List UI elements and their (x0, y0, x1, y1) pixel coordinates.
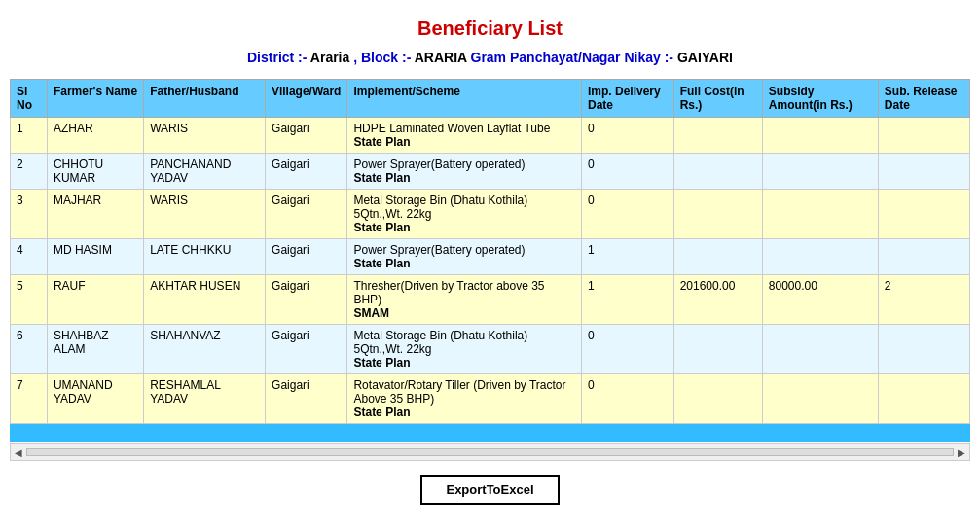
cell-father-husband: RESHAMLAL YADAV (144, 374, 266, 424)
table-row: 1 AZHAR WARIS Gaigari HDPE Laminated Wov… (11, 118, 970, 154)
cell-subsidy-amount (762, 325, 878, 374)
cell-father-husband: PANCHANAND YADAV (144, 154, 266, 190)
page-container: Beneficiary List District :- Araria , Bl… (0, 0, 980, 524)
table-row: 7 UMANAND YADAV RESHAMLAL YADAV Gaigari … (11, 374, 970, 424)
block-value: ARARIA (415, 50, 467, 65)
cell-imp-delivery-date: 1 (582, 275, 674, 325)
cell-village-ward: Gaigari (266, 374, 347, 424)
cell-subsidy-amount (762, 239, 878, 275)
table-row: 5 RAUF AKHTAR HUSEN Gaigari Thresher(Dri… (11, 275, 970, 325)
cell-father-husband: SHAHANVAZ (144, 325, 266, 374)
cell-implement-scheme: Metal Storage Bin (Dhatu Kothila) 5Qtn.,… (347, 325, 582, 374)
cell-farmer-name: CHHOTU KUMAR (47, 154, 143, 190)
export-to-excel-button[interactable]: ExportToExcel (420, 475, 559, 505)
cell-imp-delivery-date: 1 (582, 239, 674, 275)
table-row: 6 SHAHBAZ ALAM SHAHANVAZ Gaigari Metal S… (11, 325, 970, 374)
cell-implement-scheme: Power Sprayer(Battery operated)State Pla… (347, 154, 582, 190)
district-label: District :- (247, 50, 307, 65)
cell-village-ward: Gaigari (266, 190, 347, 239)
comma-separator: , (353, 50, 361, 65)
cell-sl: 4 (11, 239, 48, 275)
table-header-row: Sl No Farmer's Name Father/Husband Villa… (11, 80, 970, 118)
gp-label: Gram Panchayat/Nagar Nikay :- (471, 50, 674, 65)
beneficiary-table: Sl No Farmer's Name Father/Husband Villa… (10, 79, 970, 424)
table-row: 2 CHHOTU KUMAR PANCHANAND YADAV Gaigari … (11, 154, 970, 190)
col-village-ward: Village/Ward (266, 80, 347, 118)
block-label: Block :- (361, 50, 411, 65)
horizontal-scrollbar[interactable]: ◀ ▶ (10, 443, 970, 461)
footer-bar (10, 424, 970, 442)
cell-sl: 1 (11, 118, 48, 154)
page-title: Beneficiary List (10, 18, 970, 40)
col-farmer-name: Farmer's Name (47, 80, 143, 118)
cell-implement-scheme: Thresher(Driven by Tractor above 35 BHP)… (347, 275, 582, 325)
cell-imp-delivery-date: 0 (582, 118, 674, 154)
export-area: ExportToExcel (10, 475, 970, 505)
cell-farmer-name: RAUF (47, 275, 143, 325)
cell-sl: 5 (11, 275, 48, 325)
cell-implement-scheme: Rotavator/Rotary Tiller (Driven by Tract… (347, 374, 582, 424)
cell-village-ward: Gaigari (266, 154, 347, 190)
cell-sub-release-date (878, 190, 969, 239)
table-row: 3 MAJHAR WARIS Gaigari Metal Storage Bin… (11, 190, 970, 239)
col-father-husband: Father/Husband (144, 80, 266, 118)
cell-sl: 7 (11, 374, 48, 424)
cell-village-ward: Gaigari (266, 325, 347, 374)
col-imp-delivery-date: Imp. Delivery Date (582, 80, 674, 118)
cell-farmer-name: SHAHBAZ ALAM (47, 325, 143, 374)
cell-subsidy-amount: 80000.00 (762, 275, 878, 325)
col-implement-scheme: Implement/Scheme (347, 80, 582, 118)
cell-full-cost (673, 325, 762, 374)
cell-full-cost: 201600.00 (673, 275, 762, 325)
cell-full-cost (673, 190, 762, 239)
cell-subsidy-amount (762, 190, 878, 239)
col-full-cost: Full Cost(in Rs.) (673, 80, 762, 118)
cell-implement-scheme: Metal Storage Bin (Dhatu Kothila) 5Qtn.,… (347, 190, 582, 239)
cell-village-ward: Gaigari (266, 239, 347, 275)
table-wrapper: Sl No Farmer's Name Father/Husband Villa… (10, 79, 970, 424)
cell-implement-scheme: HDPE Laminated Woven Layflat TubeState P… (347, 118, 582, 154)
cell-sl: 6 (11, 325, 48, 374)
cell-sub-release-date (878, 325, 969, 374)
cell-imp-delivery-date: 0 (582, 190, 674, 239)
cell-sl: 2 (11, 154, 48, 190)
cell-full-cost (673, 118, 762, 154)
cell-subsidy-amount (762, 118, 878, 154)
cell-implement-scheme: Power Sprayer(Battery operated)State Pla… (347, 239, 582, 275)
scroll-right-arrow[interactable]: ▶ (958, 447, 965, 458)
cell-sub-release-date (878, 118, 969, 154)
cell-imp-delivery-date: 0 (582, 154, 674, 190)
cell-full-cost (673, 239, 762, 275)
cell-father-husband: WARIS (144, 190, 266, 239)
cell-village-ward: Gaigari (266, 275, 347, 325)
cell-farmer-name: MAJHAR (47, 190, 143, 239)
gp-value: GAIYARI (677, 50, 733, 65)
cell-imp-delivery-date: 0 (582, 325, 674, 374)
col-sub-release-date: Sub. Release Date (878, 80, 969, 118)
subtitle: District :- Araria , Block :- ARARIA Gra… (10, 50, 970, 65)
cell-sub-release-date (878, 239, 969, 275)
table-row: 4 MD HASIM LATE CHHKKU Gaigari Power Spr… (11, 239, 970, 275)
district-value: Araria (310, 50, 349, 65)
cell-father-husband: AKHTAR HUSEN (144, 275, 266, 325)
cell-farmer-name: MD HASIM (47, 239, 143, 275)
col-subsidy-amount: Subsidy Amount(in Rs.) (762, 80, 878, 118)
cell-village-ward: Gaigari (266, 118, 347, 154)
scrollbar-track[interactable] (26, 448, 954, 456)
cell-imp-delivery-date: 0 (582, 374, 674, 424)
cell-farmer-name: AZHAR (47, 118, 143, 154)
cell-sl: 3 (11, 190, 48, 239)
cell-subsidy-amount (762, 374, 878, 424)
cell-sub-release-date: 2 (878, 275, 969, 325)
cell-father-husband: WARIS (144, 118, 266, 154)
cell-farmer-name: UMANAND YADAV (47, 374, 143, 424)
table-body: 1 AZHAR WARIS Gaigari HDPE Laminated Wov… (11, 118, 970, 424)
cell-full-cost (673, 154, 762, 190)
cell-full-cost (673, 374, 762, 424)
scroll-left-arrow[interactable]: ◀ (15, 447, 22, 458)
col-sl-no: Sl No (11, 80, 48, 118)
cell-sub-release-date (878, 154, 969, 190)
cell-subsidy-amount (762, 154, 878, 190)
cell-sub-release-date (878, 374, 969, 424)
cell-father-husband: LATE CHHKKU (144, 239, 266, 275)
